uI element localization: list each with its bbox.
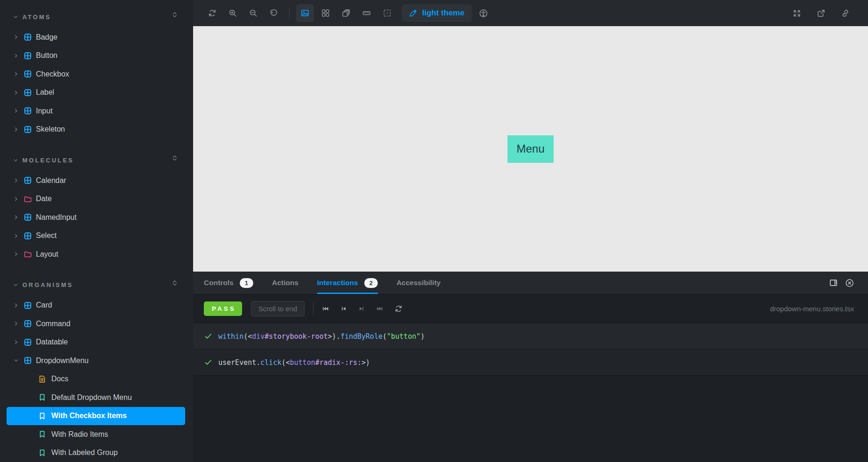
- skip-to-end-icon[interactable]: [376, 305, 383, 312]
- code-segment: (<: [243, 332, 252, 341]
- panel-tab-actions: [829, 272, 854, 294]
- tab-interactions[interactable]: Interactions2: [317, 272, 378, 294]
- tab-controls[interactable]: Controls1: [204, 272, 253, 294]
- sidebar-item-layout[interactable]: Layout: [0, 245, 193, 264]
- interaction-code: within(<div#storybook-root>).findByRole(…: [218, 332, 425, 341]
- canvas-toolbar: light theme: [193, 0, 868, 26]
- chevron-right-icon: [13, 108, 20, 114]
- expand-collapse-icon[interactable]: [171, 154, 178, 161]
- toolbar-right-group: [788, 4, 854, 22]
- sidebar-item-dropdownmenu[interactable]: DropdownMenu: [0, 351, 193, 370]
- sidebar-story-label: Default Dropdown Menu: [51, 393, 132, 402]
- skip-to-start-icon[interactable]: [322, 305, 329, 312]
- toolbar-divider: [313, 303, 313, 315]
- grid-view-icon[interactable]: [317, 4, 334, 22]
- chevron-right-icon: [13, 214, 20, 220]
- code-segment: button: [290, 358, 315, 367]
- sidebar-story-with-radio-items[interactable]: With Radio Items: [0, 425, 193, 444]
- scroll-to-end-button[interactable]: Scroll to end: [251, 301, 305, 316]
- theme-button[interactable]: light theme: [402, 4, 472, 22]
- accessibility-icon[interactable]: [475, 4, 493, 22]
- panel-position-icon[interactable]: [829, 279, 838, 287]
- rerun-icon[interactable]: [395, 305, 403, 313]
- folder-icon: [24, 250, 32, 258]
- interactions-toolbar: PASS Scroll to end dropdown-menu.stories…: [193, 294, 868, 323]
- tab-count-badge: 2: [364, 278, 378, 288]
- chevron-down-icon: [13, 282, 19, 288]
- sidebar-story-docs[interactable]: Docs: [0, 370, 193, 389]
- component-icon: [24, 320, 32, 328]
- sidebar-item-card[interactable]: Card: [0, 296, 193, 315]
- panel-tabs: Controls1ActionsInteractions2Accessibili…: [204, 272, 459, 294]
- sidebar-item-select[interactable]: Select: [0, 227, 193, 245]
- sidebar-item-calendar[interactable]: Calendar: [0, 171, 193, 190]
- check-icon: [204, 358, 212, 366]
- tab-count-badge: 1: [240, 278, 253, 288]
- sidebar-item-checkbox[interactable]: Checkbox: [0, 65, 193, 84]
- sidebar-section-header[interactable]: ATOMS: [0, 10, 193, 23]
- chevron-right-icon: [13, 71, 20, 77]
- chevron-right-icon: [13, 302, 20, 308]
- sidebar-item-badge[interactable]: Badge: [0, 28, 193, 47]
- chevron-right-icon: [13, 339, 20, 345]
- sidebar-item-datatable[interactable]: Datatable: [0, 333, 193, 352]
- sidebar-item-command[interactable]: Command: [0, 315, 193, 333]
- menu-button[interactable]: Menu: [507, 135, 554, 163]
- copy-link-icon[interactable]: [836, 4, 854, 22]
- bookmark-icon: [38, 412, 46, 420]
- interaction-row[interactable]: within(<div#storybook-root>).findByRole(…: [193, 323, 868, 350]
- zoom-out-icon[interactable]: [244, 4, 262, 22]
- expand-collapse-icon[interactable]: [171, 280, 178, 287]
- zoom-in-icon[interactable]: [224, 4, 242, 22]
- sidebar-story-label: Docs: [51, 375, 68, 383]
- sidebar-item-label: Card: [36, 301, 52, 309]
- sidebar-section: ORGANISMSCardCommandDatatableDropdownMen…: [0, 279, 193, 462]
- sidebar-item-label[interactable]: Label: [0, 84, 193, 102]
- tab-accessibility[interactable]: Accessibility: [396, 272, 441, 294]
- paintbrush-icon: [409, 9, 417, 17]
- fullscreen-icon[interactable]: [788, 4, 806, 22]
- code-segment: div: [252, 332, 264, 341]
- chevron-right-icon: [13, 53, 20, 59]
- reset-zoom-icon[interactable]: [265, 4, 283, 22]
- panel-tab-bar: Controls1ActionsInteractions2Accessibili…: [193, 272, 868, 294]
- tab-actions[interactable]: Actions: [272, 272, 299, 294]
- sidebar-item-input[interactable]: Input: [0, 102, 193, 120]
- chevron-down-icon: [13, 157, 19, 163]
- step-forward-icon[interactable]: [358, 305, 365, 312]
- stacked-view-icon[interactable]: [337, 4, 355, 22]
- sidebar-section-label: ATOMS: [22, 14, 51, 21]
- chevron-right-icon: [13, 321, 20, 327]
- remount-icon[interactable]: [203, 4, 221, 22]
- chevron-right-icon: [13, 34, 20, 40]
- sidebar-item-label: Input: [36, 107, 53, 115]
- sidebar: ATOMSBadgeButtonCheckboxLabelInputSkelet…: [0, 0, 193, 462]
- sidebar-item-button[interactable]: Button: [0, 47, 193, 65]
- status-badge: PASS: [204, 301, 242, 316]
- open-external-icon[interactable]: [812, 4, 830, 22]
- main-area: light theme Menu Controls1ActionsInterac…: [193, 0, 868, 462]
- sidebar-item-label: Layout: [36, 250, 58, 259]
- measure-icon[interactable]: [358, 4, 375, 22]
- sidebar-section-header[interactable]: ORGANISMS: [0, 279, 193, 292]
- code-segment: userEvent: [218, 358, 256, 367]
- chevron-right-icon: [13, 196, 20, 202]
- sidebar-story-with-labeled-group[interactable]: With Labeled Group: [0, 444, 193, 462]
- sidebar-story-with-checkbox-items[interactable]: With Checkbox Items: [7, 407, 185, 426]
- sidebar-story-default-dropdown-menu[interactable]: Default Dropdown Menu: [0, 388, 193, 407]
- component-icon: [24, 338, 32, 346]
- canvas-view-icon[interactable]: [296, 4, 314, 22]
- code-segment: within: [218, 332, 243, 341]
- close-panel-icon[interactable]: [845, 279, 854, 287]
- sidebar-item-skeleton[interactable]: Skeleton: [0, 120, 193, 139]
- step-back-icon[interactable]: [340, 305, 347, 312]
- sidebar-item-date[interactable]: Date: [0, 190, 193, 209]
- expand-collapse-icon[interactable]: [171, 11, 178, 18]
- outline-icon[interactable]: [378, 4, 396, 22]
- code-segment: "button": [387, 332, 420, 341]
- interaction-row[interactable]: userEvent.click(<button#radix-:rs:>): [193, 350, 868, 376]
- code-segment: click: [260, 358, 281, 367]
- tab-label: Actions: [272, 279, 299, 287]
- sidebar-item-namedinput[interactable]: NamedInput: [0, 208, 193, 227]
- sidebar-section-header[interactable]: MOLECULES: [0, 154, 193, 167]
